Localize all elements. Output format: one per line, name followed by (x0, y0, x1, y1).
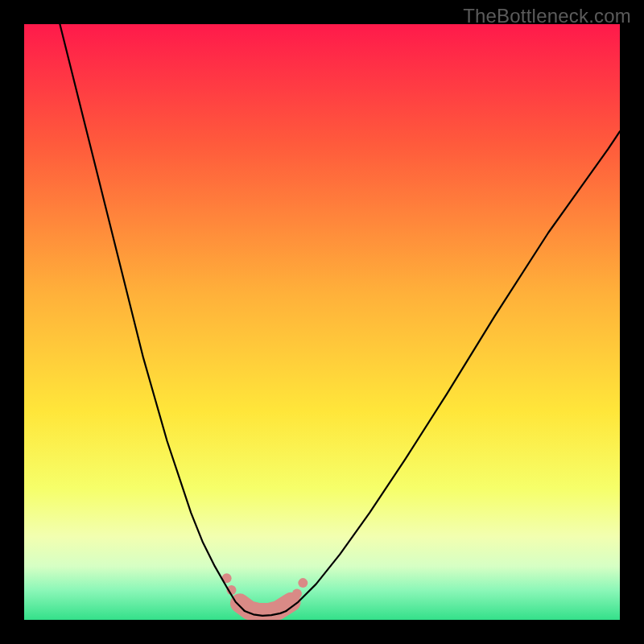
chart-svg (24, 24, 620, 620)
valley-sausage (240, 602, 291, 613)
plot-area (24, 24, 620, 620)
valley-marker (298, 578, 308, 588)
gradient-background (24, 24, 620, 620)
chart-frame: TheBottleneck.com (0, 0, 644, 644)
valley-marker (292, 588, 302, 598)
